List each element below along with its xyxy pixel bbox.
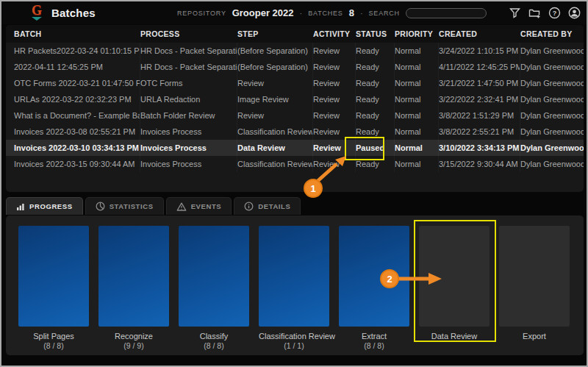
- batch-thumbnail[interactable]: [259, 226, 329, 327]
- batch-thumbnail[interactable]: [179, 226, 249, 327]
- cell-batch: Invoices 2022-03-10 03:34:13 PM: [14, 140, 140, 156]
- step-name: Export: [499, 332, 570, 341]
- step-name: Classification Review: [259, 332, 329, 341]
- page-title: Batches: [51, 7, 96, 19]
- cell-created-by: Dylan Greenwood: [520, 156, 584, 172]
- cell-step: Review: [237, 107, 313, 124]
- cell-created: 3/10/2022 3:34:13 PM: [439, 140, 520, 156]
- cell-activity: Review: [313, 91, 356, 107]
- cell-priority: Normal: [395, 124, 439, 140]
- new-batch-folder-icon[interactable]: [528, 7, 541, 20]
- column-header-batch[interactable]: BATCH: [14, 29, 140, 38]
- cell-priority: Normal: [395, 43, 439, 59]
- batch-thumbnail[interactable]: [419, 226, 490, 327]
- cell-step: Review: [237, 75, 313, 91]
- table-body: HR Packets2022-03-24 01:10:15 PM HR Docs…: [6, 43, 584, 172]
- cell-created: 3/24/2022 1:10:15 PM: [439, 43, 520, 59]
- app-window: G Batches REPOSITORY Grooper 2022 · BATC…: [0, 0, 588, 367]
- table-row[interactable]: What is a Document? - Example Batch Batc…: [6, 107, 584, 124]
- repository-value: Grooper 2022: [232, 7, 294, 18]
- batches-label: BATCHES: [308, 10, 343, 17]
- separator-dot: ·: [300, 9, 303, 18]
- cell-step: (Before Separation): [237, 59, 313, 75]
- help-icon[interactable]: ?: [548, 7, 561, 20]
- cell-status: Ready: [356, 75, 395, 91]
- cell-process: Invoices Process: [140, 140, 237, 156]
- search-label: SEARCH: [369, 10, 400, 17]
- cell-status: Ready: [356, 156, 395, 172]
- cell-step: (Before Separation): [237, 43, 313, 59]
- table-row[interactable]: Invoices 2022-03-10 03:34:13 PM Invoices…: [6, 140, 584, 156]
- user-account-icon[interactable]: [567, 7, 581, 20]
- tab-details[interactable]: DETAILS: [234, 197, 301, 215]
- cell-status: Ready: [356, 124, 395, 140]
- table-row[interactable]: Invoices 2022-03-15 09:30:44 AM Invoices…: [6, 156, 584, 172]
- pie-chart-icon: [96, 202, 105, 211]
- batch-thumbnail[interactable]: [339, 226, 409, 327]
- column-header-created-by[interactable]: CREATED BY: [520, 29, 584, 38]
- bar-chart-icon: [16, 202, 25, 211]
- column-header-created[interactable]: CREATED: [439, 29, 520, 38]
- cell-step: Image Review: [237, 91, 313, 107]
- batch-thumbnail[interactable]: [98, 226, 169, 327]
- info-icon: [244, 202, 254, 211]
- column-header-activity[interactable]: ACTIVITY: [313, 29, 356, 38]
- cell-process: Invoices Process: [140, 124, 237, 140]
- cell-priority: Normal: [395, 107, 439, 124]
- cell-created: 3/22/2022 2:32:41 PM: [439, 91, 520, 107]
- cell-process: HR Docs - Packet Separation: [140, 43, 237, 59]
- step-count: (8 / 8): [18, 341, 89, 350]
- column-header-process[interactable]: PROCESS: [140, 29, 237, 38]
- step-count: [419, 341, 490, 350]
- cell-activity: Review: [313, 43, 356, 59]
- cell-created-by: Dylan Greenwood: [520, 124, 584, 140]
- cell-batch: Invoices 2022-03-08 02:55:21 PM: [14, 124, 140, 140]
- cell-batch: 2022-04-11 12:45:25 PM: [14, 59, 140, 75]
- tab-progress[interactable]: PROGRESS: [6, 197, 83, 215]
- title-bar: G Batches REPOSITORY Grooper 2022 · BATC…: [1, 1, 587, 24]
- filter-icon[interactable]: [508, 7, 521, 20]
- cell-priority: Normal: [395, 75, 439, 91]
- cell-step: Classification Review: [237, 156, 313, 172]
- table-row[interactable]: 2022-04-11 12:45:25 PM HR Docs - Packet …: [6, 59, 584, 75]
- cell-created-by: Dylan Greenwood: [520, 91, 584, 107]
- table-row[interactable]: URLAs 2022-03-22 02:32:23 PM URLA Redact…: [6, 91, 584, 107]
- detail-tabs: PROGRESS STATISTICS EVENTS DETAILS: [6, 196, 301, 215]
- cell-activity: Review: [313, 75, 356, 91]
- step-count: (8 / 8): [339, 341, 409, 350]
- cell-created: 3/8/2022 2:55:21 PM: [439, 124, 520, 140]
- cell-activity: Review: [313, 107, 356, 124]
- batch-thumbnail[interactable]: [499, 226, 570, 327]
- step-name: Extract: [339, 332, 409, 341]
- cell-priority: Normal: [395, 140, 439, 156]
- progress-step-data-review: Data Review: [419, 226, 490, 350]
- cell-step: Classification Review: [237, 124, 313, 140]
- cell-created-by: Dylan Greenwood: [520, 59, 584, 75]
- table-row[interactable]: Invoices 2022-03-08 02:55:21 PM Invoices…: [6, 124, 584, 140]
- column-header-status[interactable]: STATUS: [356, 29, 395, 38]
- step-count: (1 / 1): [259, 341, 329, 350]
- cell-status: Ready: [356, 107, 395, 124]
- batches-count: 8: [349, 7, 354, 18]
- cell-created-by: Dylan Greenwood: [520, 107, 584, 124]
- cell-batch: What is a Document? - Example Batch: [14, 107, 140, 124]
- table-row[interactable]: HR Packets2022-03-24 01:10:15 PM HR Docs…: [6, 43, 584, 59]
- progress-step-classification-review: Classification Review (1 / 1): [259, 226, 329, 350]
- cell-created-by: Dylan Greenwood: [520, 75, 584, 91]
- search-input[interactable]: [406, 8, 487, 18]
- warning-icon: [176, 202, 187, 211]
- tab-events[interactable]: EVENTS: [166, 197, 232, 215]
- progress-step-export: Export: [499, 226, 570, 350]
- batch-thumbnail[interactable]: [18, 226, 89, 327]
- cell-created-by: Dylan Greenwood: [520, 43, 584, 59]
- cell-priority: Normal: [395, 59, 439, 75]
- tab-statistics[interactable]: STATISTICS: [85, 197, 164, 215]
- progress-steps: Split Pages (8 / 8) Recognize (9 / 9) Cl…: [6, 215, 584, 350]
- grooper-logo-icon: G: [29, 4, 45, 22]
- column-header-priority[interactable]: PRIORITY: [395, 29, 439, 38]
- column-header-step[interactable]: STEP: [237, 29, 313, 38]
- svg-text:?: ?: [552, 10, 556, 17]
- repository-label: REPOSITORY: [177, 10, 226, 17]
- table-row[interactable]: OTC Forms 2022-03-21 01:47:50 PM OTC For…: [6, 75, 584, 91]
- repository-info: REPOSITORY Grooper 2022 · BATCHES 8 · SE…: [177, 1, 487, 24]
